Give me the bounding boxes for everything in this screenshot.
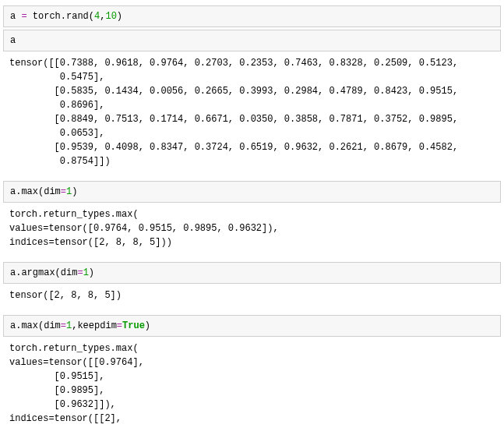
code-text: ) — [89, 267, 94, 278]
code-text: ) — [72, 186, 77, 197]
code-text: a.max(dim — [10, 320, 61, 331]
code-text: a.argmax(dim — [10, 267, 77, 278]
input-cell-1: a = torch.rand(4,10) — [3, 5, 501, 27]
output-cell-5: torch.return_types.max( values=tensor([[… — [3, 339, 501, 428]
code-text: ) — [117, 11, 122, 22]
op-eq: = — [117, 320, 122, 331]
kw-true: True — [122, 320, 145, 331]
output-cell-4: tensor([2, 8, 8, 5]) — [3, 286, 501, 307]
code-text: ) — [145, 320, 150, 331]
code-text: a.max(dim — [10, 186, 61, 197]
output-cell-3: torch.return_types.max( values=tensor([0… — [3, 205, 501, 254]
num-1: 1 — [83, 267, 89, 278]
input-cell-2: a — [3, 30, 501, 51]
op-eq: = — [61, 320, 66, 331]
code-text: torch.rand( — [33, 11, 94, 22]
num-10: 10 — [105, 11, 116, 22]
op-eq: = — [61, 186, 66, 197]
output-cell-2: tensor([[0.7388, 0.9618, 0.9764, 0.2703,… — [3, 54, 501, 173]
input-cell-5: a.max(dim=1,keepdim=True) — [3, 315, 501, 337]
input-cell-3: a.max(dim=1) — [3, 181, 501, 203]
op-eq: = — [16, 11, 33, 22]
input-cell-4: a.argmax(dim=1) — [3, 262, 501, 284]
code-text: ,keepdim — [72, 320, 117, 331]
op-eq: = — [77, 267, 83, 278]
code-text: a — [10, 35, 16, 46]
